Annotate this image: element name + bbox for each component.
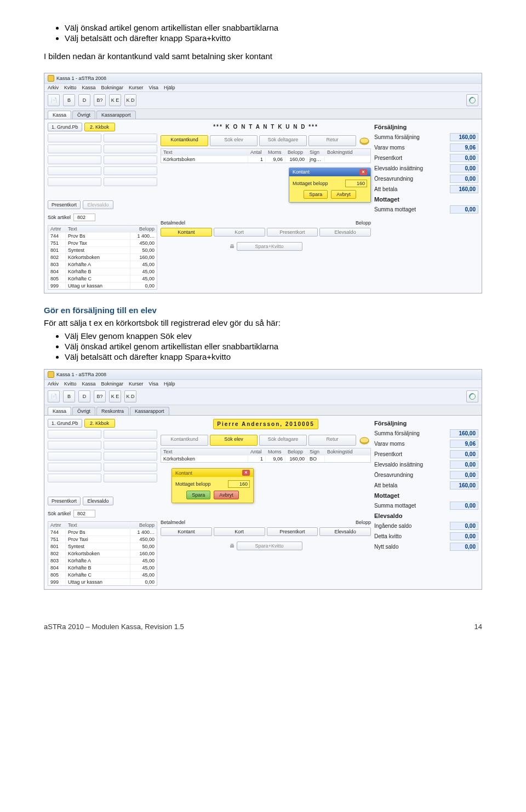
menu-item[interactable]: Kvitto: [64, 85, 77, 90]
empty-button[interactable]: [104, 166, 157, 175]
avbryt-button[interactable]: Avbryt: [214, 491, 238, 499]
quick-article-button[interactable]: 1. Grund.Pb: [48, 123, 82, 131]
spara-kvitto-button[interactable]: Spara+Kvitto: [237, 242, 302, 251]
menu-item[interactable]: Visa: [149, 85, 158, 90]
elevsaldo-button[interactable]: Elevsaldo: [83, 497, 113, 505]
empty-button[interactable]: [48, 134, 101, 142]
empty-button[interactable]: [104, 156, 157, 164]
spara-button[interactable]: Spara: [304, 190, 328, 199]
close-icon[interactable]: ×: [359, 169, 367, 175]
empty-button[interactable]: [48, 441, 101, 450]
toolbar-icon[interactable]: B: [63, 390, 75, 402]
empty-button[interactable]: [48, 474, 101, 482]
menu-item[interactable]: Hjälp: [164, 85, 175, 90]
kontantkund-button[interactable]: Kontantkund: [161, 435, 208, 446]
article-list[interactable]: Artnr Text Belopp 744Prov Bs1 400… 751Pr…: [48, 225, 157, 290]
pay-elevsaldo-button[interactable]: Elevsaldo: [319, 228, 371, 237]
empty-button[interactable]: [48, 177, 101, 186]
mottaget-input[interactable]: 160: [345, 180, 367, 187]
toolbar-icon[interactable]: B?: [94, 390, 106, 402]
empty-button[interactable]: [104, 441, 157, 450]
menu-item[interactable]: Kassa: [82, 381, 96, 387]
sok-deltagare-button[interactable]: Sök deltagare: [259, 135, 307, 146]
quick-article-button[interactable]: 1. Grund.Pb: [48, 419, 82, 428]
empty-button[interactable]: [48, 145, 101, 153]
avbryt-button[interactable]: Avbryt: [331, 190, 356, 199]
kontantkund-button[interactable]: Kontantkund: [161, 135, 208, 146]
sok-deltagare-button[interactable]: Sök deltagare: [259, 435, 307, 446]
tab-ovrigt[interactable]: Övrigt: [72, 407, 95, 415]
refresh-icon[interactable]: [466, 390, 478, 402]
toolbar-icon[interactable]: K E: [109, 94, 121, 106]
pay-elevsaldo-button[interactable]: Elevsaldo: [319, 527, 371, 536]
empty-button[interactable]: [104, 134, 157, 142]
menu-item[interactable]: Hjälp: [164, 381, 175, 387]
toolbar-icon[interactable]: K E: [109, 390, 121, 402]
menu-item[interactable]: Bokningar: [101, 381, 124, 387]
menu-item[interactable]: Kurser: [129, 381, 144, 387]
sok-artikel-input[interactable]: 802: [73, 214, 95, 221]
sok-elev-button[interactable]: Sök elev: [210, 135, 258, 146]
article-list[interactable]: Artnr Text Belopp 744Prov Bs1 400… 751Pr…: [48, 521, 157, 586]
sok-artikel-input[interactable]: 802: [73, 510, 95, 517]
pay-kontant-button[interactable]: Kontant: [161, 527, 212, 536]
empty-button[interactable]: [48, 463, 101, 471]
toolbar-icon[interactable]: 📄: [48, 390, 60, 402]
menu-item[interactable]: Bokningar: [101, 85, 124, 90]
pay-kontant-button[interactable]: Kontant: [161, 228, 212, 237]
toolbar-icon[interactable]: K D: [124, 390, 136, 402]
cell: Körhäfte A: [66, 557, 130, 564]
elevsaldo-button[interactable]: Elevsaldo: [83, 200, 113, 209]
tab-reskontra[interactable]: Reskontra: [96, 407, 129, 415]
tab-kassarapport[interactable]: Kassarapport: [96, 111, 136, 119]
presentkort-button[interactable]: Presentkort: [48, 200, 81, 209]
col-header: Bokningstid: [325, 448, 370, 455]
empty-button[interactable]: [48, 166, 101, 175]
pay-presentkort-button[interactable]: Presentkort: [267, 228, 318, 237]
toolbar-icon[interactable]: B: [63, 94, 75, 106]
empty-button[interactable]: [104, 452, 157, 460]
toolbar-icon[interactable]: B?: [94, 94, 106, 106]
label: Summa försäljning: [374, 430, 420, 436]
pay-presentkort-button[interactable]: Presentkort: [267, 527, 318, 536]
presentkort-button[interactable]: Presentkort: [48, 497, 81, 505]
menu-bar[interactable]: Arkiv Kvitto Kassa Bokningar Kurser Visa…: [44, 84, 482, 92]
empty-button[interactable]: [104, 145, 157, 153]
toolbar-icon[interactable]: K D: [124, 94, 136, 106]
empty-button[interactable]: [104, 474, 157, 482]
menu-bar[interactable]: Arkiv Kvitto Kassa Bokningar Kurser Visa…: [44, 380, 482, 388]
empty-button[interactable]: [48, 156, 101, 164]
menu-item[interactable]: Arkiv: [48, 381, 59, 387]
toolbar-icon[interactable]: 📄: [48, 94, 60, 106]
tab-kassa[interactable]: Kassa: [48, 407, 71, 415]
empty-button[interactable]: [104, 177, 157, 186]
cell: 802: [48, 254, 66, 261]
menu-item[interactable]: Kurser: [129, 85, 144, 90]
retur-button[interactable]: Retur: [308, 435, 356, 446]
empty-button[interactable]: [48, 430, 101, 439]
spara-kvitto-button[interactable]: Spara+Kvitto: [237, 542, 302, 550]
tab-kassarapport[interactable]: Kassarapport: [130, 407, 169, 415]
menu-item[interactable]: Kassa: [82, 85, 96, 90]
refresh-icon[interactable]: [466, 94, 478, 106]
menu-item[interactable]: Visa: [149, 381, 158, 387]
empty-button[interactable]: [48, 452, 101, 460]
retur-button[interactable]: Retur: [308, 135, 356, 146]
tab-kassa[interactable]: Kassa: [48, 111, 71, 119]
mottaget-input[interactable]: 160: [228, 480, 250, 488]
empty-button[interactable]: [104, 463, 157, 471]
toolbar-icon[interactable]: D: [78, 390, 90, 402]
sok-elev-button[interactable]: Sök elev: [210, 435, 258, 446]
tab-ovrigt[interactable]: Övrigt: [72, 111, 95, 119]
menu-item[interactable]: Kvitto: [64, 381, 77, 387]
toolbar-icon[interactable]: D: [78, 94, 90, 106]
quick-article-button[interactable]: 2. Kkbok: [84, 419, 115, 428]
pay-kort-button[interactable]: Kort: [214, 228, 265, 237]
spara-button[interactable]: Spara: [186, 491, 210, 499]
menu-item[interactable]: Arkiv: [48, 85, 59, 90]
col-header: Text: [66, 226, 130, 232]
quick-article-button[interactable]: 2. Kkbok: [84, 123, 115, 131]
empty-button[interactable]: [104, 430, 157, 439]
pay-kort-button[interactable]: Kort: [214, 527, 265, 536]
close-icon[interactable]: ×: [242, 470, 250, 476]
